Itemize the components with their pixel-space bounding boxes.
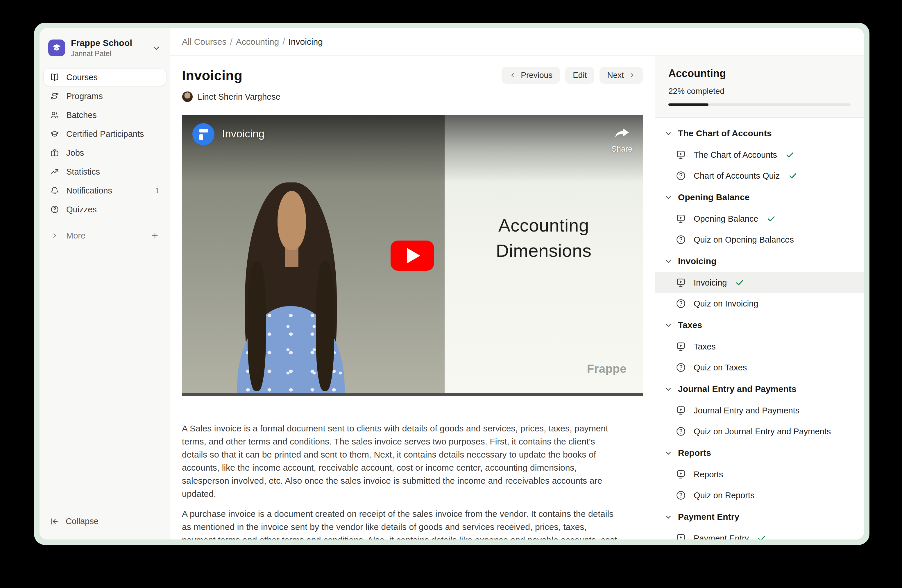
sidebar-item-notifications[interactable]: Notifications 1 <box>44 182 166 199</box>
video-overlay-title[interactable]: Invoicing <box>222 128 611 140</box>
edit-button[interactable]: Edit <box>565 67 594 84</box>
outline-item-label: Journal Entry and Payments <box>694 406 799 416</box>
author-row: Linet Sherin Varghese <box>182 91 643 102</box>
progress-bar-fill <box>669 103 708 106</box>
youtube-play-button[interactable] <box>391 241 434 271</box>
frappe-watermark: Frappe <box>587 362 626 375</box>
chevron-down-icon <box>664 385 673 393</box>
outline-lesson-item[interactable]: The Chart of Accounts <box>655 144 864 165</box>
chevron-down-icon <box>151 43 161 53</box>
completed-check-icon <box>788 171 797 180</box>
sidebar-item-label: Batches <box>66 110 97 120</box>
next-button[interactable]: Next <box>600 67 643 84</box>
quiz-icon <box>676 362 686 373</box>
outline-section-title: Payment Entry <box>678 512 739 522</box>
progress-label: 22% completed <box>669 87 850 96</box>
book-open-icon <box>50 73 59 82</box>
outline-quiz-item[interactable]: Chart of Accounts Quiz <box>655 165 864 186</box>
outline-quiz-item[interactable]: Quiz on Reports <box>655 485 864 506</box>
outline-lesson-item[interactable]: Invoicing <box>655 272 864 293</box>
sidebar-item-statistics[interactable]: Statistics <box>44 163 166 180</box>
share-button[interactable]: Share <box>611 124 632 154</box>
outline-lesson-item[interactable]: Opening Balance <box>655 208 864 229</box>
sidebar-item-jobs[interactable]: Jobs <box>44 144 166 161</box>
collapse-sidebar-button[interactable]: Collapse <box>50 516 160 526</box>
outline-lesson-item[interactable]: Taxes <box>655 336 864 357</box>
frappe-school-logo <box>48 39 65 56</box>
sidebar-item-label: Programs <box>66 92 103 101</box>
sidebar-item-certified-participants[interactable]: Certified Participants <box>44 125 166 142</box>
outline-section-header[interactable]: Taxes <box>655 314 864 336</box>
outline-item-label: Quiz on Invoicing <box>694 299 758 308</box>
help-circle-icon <box>50 205 59 214</box>
video-progress-bar[interactable] <box>182 393 643 396</box>
workspace-user: Jannat Patel <box>71 49 146 58</box>
sidebar-item-batches[interactable]: Batches <box>44 106 166 124</box>
video-lesson-icon <box>676 214 686 224</box>
youtube-video-player[interactable]: Accounting Dimensions Invoicing <box>182 115 643 396</box>
sidebar-item-courses[interactable]: Courses <box>44 69 166 86</box>
outline-lesson-item[interactable]: Journal Entry and Payments <box>655 400 864 421</box>
breadcrumb-accounting[interactable]: Accounting <box>236 37 279 47</box>
completed-check-icon <box>767 214 776 224</box>
outline-quiz-item[interactable]: Quiz on Opening Balances <box>655 229 864 250</box>
app-window: Frappe School Jannat Patel Courses <box>39 28 864 540</box>
sidebar: Frappe School Jannat Patel Courses <box>39 28 170 540</box>
outline-section-header[interactable]: Invoicing <box>655 250 864 272</box>
video-lesson-icon <box>676 341 686 352</box>
workspace-title: Frappe School <box>71 38 146 48</box>
breadcrumb-current: Invoicing <box>288 37 323 47</box>
outline-item-label: Taxes <box>694 342 716 352</box>
chevron-down-icon <box>664 193 673 202</box>
page-title: Invoicing <box>182 67 496 83</box>
course-outline-panel: Accounting 22% completed The Chart of Ac… <box>655 56 864 540</box>
chevron-down-icon <box>664 129 673 138</box>
outline-item-label: Quiz on Journal Entry and Payments <box>694 427 831 436</box>
users-icon <box>50 110 59 120</box>
breadcrumb-bar: All Courses/Accounting/Invoicing <box>170 28 864 56</box>
sidebar-more-label: More <box>66 231 143 241</box>
quiz-icon <box>676 170 686 181</box>
sidebar-item-more[interactable]: More <box>44 227 166 244</box>
collapse-label: Collapse <box>66 516 99 526</box>
outline-section-header[interactable]: Payment Entry <box>655 506 864 528</box>
sidebar-item-quizzes[interactable]: Quizzes <box>44 201 166 218</box>
progress-bar <box>669 103 850 106</box>
outline-section-header[interactable]: Journal Entry and Payments <box>655 378 864 400</box>
sidebar-item-programs[interactable]: Programs <box>44 88 166 105</box>
previous-button[interactable]: Previous <box>501 67 560 84</box>
course-outline-list: The Chart of AccountsThe Chart of Accoun… <box>655 118 864 540</box>
outline-lesson-item[interactable]: Reports <box>655 464 864 485</box>
workspace-switcher[interactable]: Frappe School Jannat Patel <box>39 28 170 58</box>
completed-check-icon <box>785 150 794 160</box>
outline-section-header[interactable]: Opening Balance <box>655 186 864 208</box>
author-name: Linet Sherin Varghese <box>197 92 280 102</box>
sidebar-item-label: Notifications <box>66 186 148 195</box>
chevron-down-icon <box>664 257 673 266</box>
video-lesson-icon <box>676 533 686 540</box>
outline-section-header[interactable]: The Chart of Accounts <box>655 122 864 144</box>
quiz-icon <box>676 426 686 436</box>
outline-quiz-item[interactable]: Quiz on Invoicing <box>655 293 864 314</box>
outline-quiz-item[interactable]: Quiz on Taxes <box>655 357 864 378</box>
sidebar-item-label: Courses <box>66 73 98 82</box>
plus-icon[interactable] <box>150 231 160 240</box>
outline-item-label: The Chart of Accounts <box>694 150 777 160</box>
breadcrumb-all-courses[interactable]: All Courses <box>182 37 226 47</box>
channel-avatar[interactable] <box>193 123 215 145</box>
quiz-icon <box>676 490 686 500</box>
completed-check-icon <box>757 534 766 540</box>
chevron-down-icon <box>664 449 673 457</box>
route-icon <box>50 92 59 101</box>
outline-lesson-item[interactable]: Payment Entry <box>655 528 864 540</box>
outline-item-label: Opening Balance <box>694 214 758 224</box>
outline-section-header[interactable]: Reports <box>655 442 864 464</box>
outline-section-title: Invoicing <box>678 256 717 266</box>
chevron-down-icon <box>664 513 673 521</box>
quiz-icon <box>676 235 686 245</box>
outline-quiz-item[interactable]: Quiz on Journal Entry and Payments <box>655 421 864 442</box>
collapse-icon <box>50 517 59 526</box>
chevron-down-icon <box>664 321 673 330</box>
outline-item-label: Chart of Accounts Quiz <box>694 171 780 181</box>
video-lesson-icon <box>676 469 686 480</box>
